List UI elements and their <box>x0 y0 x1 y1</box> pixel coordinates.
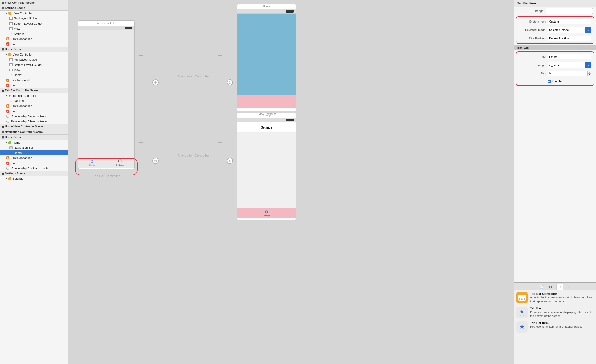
sidebar-item-tbc[interactable]: ▾ ⊞ Tab Bar Controller <box>0 93 68 98</box>
star-graphic: ★ <box>519 308 525 315</box>
view-controller-label-top: View Controller <box>238 113 296 115</box>
item-label: Relationship "view controller... <box>11 115 50 118</box>
system-item-row: System Item Custom ⌃⌄ <box>516 17 594 26</box>
sidebar-item-vc-top[interactable]: ▾ View Controller <box>0 11 68 16</box>
lib-item-tab-bar-item: ★ Tab Bar Item Represents an item on a U… <box>516 321 594 333</box>
tbc-lib-desc: A controller that manages a set of view … <box>530 296 594 304</box>
sidebar-item-home-link[interactable]: 〈 Home <box>0 72 68 78</box>
tbi-lib-text: Tab Bar Item Represents an item on a UIT… <box>530 321 594 329</box>
rect-icon <box>9 58 13 61</box>
sidebar-section-nav-controller-scene: ▦ Navigation Controller Scene <box>0 129 68 135</box>
lib-tab-media[interactable]: ⊙ <box>556 284 563 290</box>
tag-decrement[interactable]: ▼ <box>587 73 591 76</box>
title-position-select[interactable]: Default Position <box>548 36 591 41</box>
chevron-icon: ▾ <box>6 53 7 56</box>
inspector-title: Tab Bar Item <box>514 0 596 7</box>
sidebar-item-bottom-layout-home[interactable]: Bottom Layout Guide <box>0 62 68 67</box>
chevron-blue-icon: 〈 <box>9 73 13 77</box>
responder-icon: R <box>6 37 10 41</box>
lib-tab-file[interactable]: 📄 <box>538 284 545 290</box>
sidebar-item-rel1[interactable]: Relationship "view controller... <box>0 114 68 119</box>
home-tab-icon: ⌂ <box>90 158 93 164</box>
responder-icon: R <box>6 104 10 108</box>
sidebar-item-home-nav[interactable]: ▾ Home <box>0 140 68 145</box>
sidebar-item-top-layout-home[interactable]: Top Layout Guide <box>0 57 68 62</box>
nav-bar-icon <box>9 146 13 149</box>
tag-stepper[interactable]: ▲ ▼ <box>587 71 591 76</box>
sidebar-item-first-resp-hb[interactable]: R First Responder <box>0 155 68 160</box>
exit-icon: E <box>6 161 10 165</box>
sidebar-section-home-scene-bottom: ▦ Home Scene <box>0 135 68 140</box>
bar-tag-label: Tag <box>519 72 548 75</box>
lib-tab-snippet[interactable]: ▦ <box>566 284 573 290</box>
item-label: Top Layout Guide <box>14 58 37 61</box>
settings-tab-bottom: ⚙ Settings <box>237 208 296 218</box>
status-bar <box>78 26 134 30</box>
bar-image-row: Image ic_home ⌄ <box>516 61 594 69</box>
sidebar-item-settings-dot[interactable]: ▾ Settings <box>0 176 68 181</box>
chevron-icon: ▾ <box>6 177 7 180</box>
tab-bar-bottom: ⌂ Home ⚙ Settings <box>78 156 134 168</box>
sidebar-item-exit-tbc[interactable]: E Exit <box>0 109 68 114</box>
sidebar-item-first-resp-top[interactable]: R First Responder <box>0 36 68 41</box>
sidebar-item-rel-root[interactable]: Relationship "root view contr... <box>0 166 68 171</box>
sidebar-item-tab-bar[interactable]: ☰ Tab Bar <box>0 98 68 103</box>
chevron-icon: ▾ <box>6 94 7 97</box>
sidebar-item-vc-home[interactable]: ▾ View Controller <box>0 52 68 57</box>
sidebar-item-bottom-layout[interactable]: Bottom Layout Guide <box>0 21 68 26</box>
mini-dots <box>520 315 524 316</box>
system-item-select[interactable]: Custom <box>548 19 591 24</box>
rect-icon <box>9 17 13 20</box>
selected-image-select[interactable]: Selected Image <box>548 27 586 33</box>
relationship-icon <box>6 114 10 118</box>
item-label: First Responder <box>11 37 32 40</box>
enabled-checkbox[interactable] <box>548 80 551 83</box>
sidebar-item-home-star[interactable]: ★ Home <box>0 150 68 155</box>
title-position-row: Title Position Default Position ⌃⌄ <box>516 34 594 43</box>
settings-content <box>237 133 296 208</box>
bar-title-input[interactable] <box>548 54 591 59</box>
sidebar-item-settings-link[interactable]: 〈 Settings <box>0 31 68 36</box>
enabled-checkbox-group: Enabled <box>548 80 563 83</box>
item-label: View <box>14 68 20 71</box>
sidebar-item-rel2[interactable]: Relationship "view controller... <box>0 119 68 124</box>
sidebar-item-first-resp-home[interactable]: R First Responder <box>0 78 68 83</box>
item-label: Home <box>14 151 22 154</box>
sidebar-item-exit-top[interactable]: E Exit <box>0 41 68 47</box>
sidebar-item-view-top[interactable]: View <box>0 26 68 31</box>
settings-status-bar <box>237 118 296 122</box>
scene-icon: ▦ <box>2 1 4 4</box>
responder-icon: R <box>6 78 10 82</box>
settings-tab-item[interactable]: ⚙ Settings <box>116 158 124 166</box>
right-panel: Tab Bar Item Badge System Item Custom ⌃⌄… <box>514 0 596 364</box>
bar-item-section-header: Bar Item <box>514 45 596 50</box>
badge-input[interactable] <box>546 8 593 14</box>
home-blue-content <box>237 14 296 95</box>
sidebar-item-view-home[interactable]: View <box>0 67 68 72</box>
tbc-lib-text: Tab Bar Controller A controller that man… <box>530 292 594 304</box>
bar-image-select[interactable]: ic_home <box>548 62 586 68</box>
enabled-label: Enabled <box>552 80 563 83</box>
lib-item-tab-bar: ★ Tab Bar Provides a mechanism for displ… <box>516 307 594 318</box>
sidebar: ▦ View Controller Scene ▦ Settings Scene… <box>0 0 68 364</box>
sidebar-item-first-resp-tbc[interactable]: R First Responder <box>0 103 68 109</box>
sidebar-item-exit-home[interactable]: E Exit <box>0 83 68 88</box>
tab-bar-scene-title: Tab Bar Controller <box>78 21 134 26</box>
badge-row: Badge <box>514 7 596 15</box>
scene-icon: ▦ <box>2 172 4 175</box>
bar-image-label: Image <box>519 63 548 67</box>
yellow-dot-icon <box>8 177 12 180</box>
item-label: First Responder <box>11 156 32 159</box>
item-label: Home <box>13 141 20 144</box>
tab-bar-controller-frame: Tab Bar Controller ⌂ Home ⚙ Settings <box>78 20 135 169</box>
tag-increment[interactable]: ▲ <box>587 71 591 73</box>
storyboard-canvas[interactable]: Tab Bar Controller ⌂ Home ⚙ Settings Tab… <box>68 0 514 364</box>
sidebar-item-top-layout[interactable]: Top Layout Guide <box>0 16 68 21</box>
home-tab-item[interactable]: ⌂ Home <box>89 158 95 166</box>
tbc-dot-3 <box>524 298 525 300</box>
rect-icon <box>9 63 13 67</box>
sidebar-item-exit-hb[interactable]: E Exit <box>0 160 68 166</box>
lib-tab-object[interactable]: { } <box>547 284 554 290</box>
sidebar-item-nav-bar[interactable]: Navigation Bar <box>0 145 68 150</box>
bar-tag-input[interactable] <box>548 71 587 76</box>
